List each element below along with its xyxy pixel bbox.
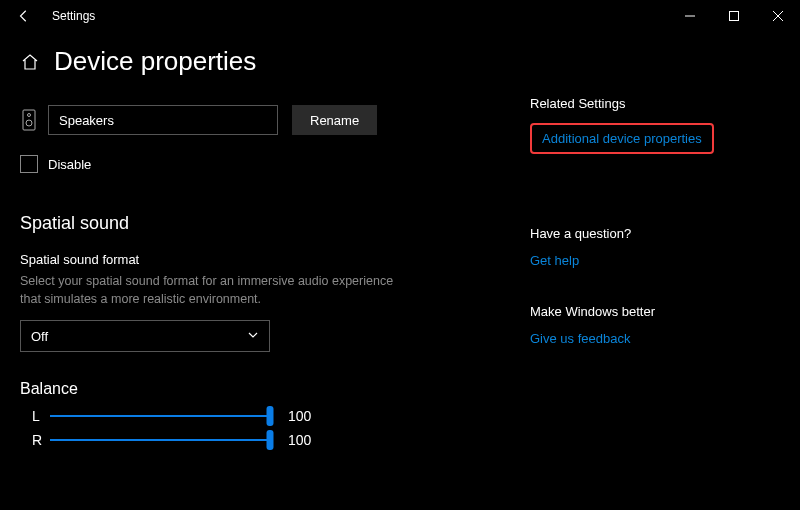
chevron-down-icon	[247, 329, 259, 344]
speaker-icon	[20, 109, 38, 131]
back-button[interactable]	[10, 9, 38, 23]
additional-device-properties-link[interactable]: Additional device properties	[542, 131, 702, 146]
dropdown-value: Off	[31, 329, 48, 344]
close-button[interactable]	[756, 0, 800, 32]
balance-heading: Balance	[20, 380, 520, 398]
have-a-question-heading: Have a question?	[530, 226, 770, 241]
balance-left-slider[interactable]	[50, 408, 270, 424]
spatial-sound-heading: Spatial sound	[20, 213, 520, 234]
balance-left-label: L	[32, 408, 50, 424]
svg-point-5	[28, 114, 31, 117]
rename-button[interactable]: Rename	[292, 105, 377, 135]
svg-point-6	[26, 120, 32, 126]
related-settings-heading: Related Settings	[530, 96, 770, 111]
balance-right-slider[interactable]	[50, 432, 270, 448]
give-feedback-link[interactable]: Give us feedback	[530, 331, 630, 346]
page-header: Device properties	[20, 46, 520, 77]
minimize-button[interactable]	[668, 0, 712, 32]
page-title: Device properties	[54, 46, 256, 77]
balance-right-value: 100	[288, 432, 311, 448]
svg-rect-1	[730, 12, 739, 21]
spatial-format-dropdown[interactable]: Off	[20, 320, 270, 352]
spatial-help-text: Select your spatial sound format for an …	[20, 273, 400, 308]
spatial-format-label: Spatial sound format	[20, 252, 520, 267]
home-icon[interactable]	[20, 52, 40, 72]
disable-label: Disable	[48, 157, 91, 172]
balance-left-value: 100	[288, 408, 311, 424]
get-help-link[interactable]: Get help	[530, 253, 579, 268]
maximize-button[interactable]	[712, 0, 756, 32]
device-name-input[interactable]	[48, 105, 278, 135]
disable-checkbox[interactable]	[20, 155, 38, 173]
window-controls	[668, 0, 800, 32]
highlight-annotation: Additional device properties	[530, 123, 714, 154]
title-bar: Settings	[0, 0, 800, 32]
make-windows-better-heading: Make Windows better	[530, 304, 770, 319]
balance-right-label: R	[32, 432, 50, 448]
window-title: Settings	[52, 9, 95, 23]
